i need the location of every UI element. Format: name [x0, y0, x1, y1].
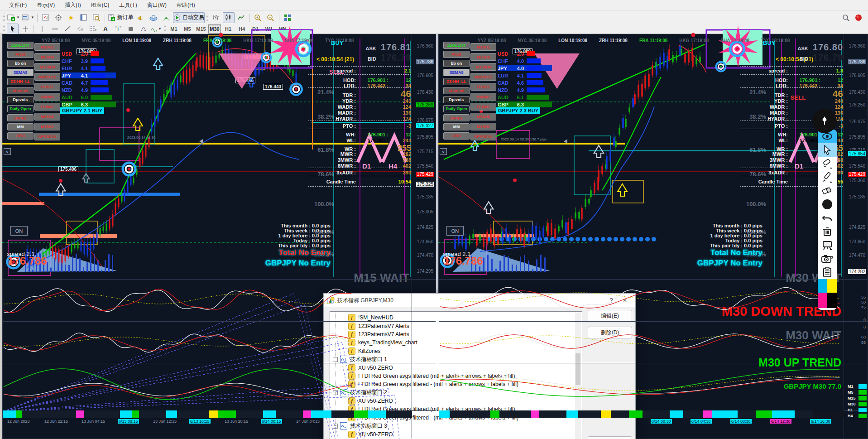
hud-timeframe-button[interactable]: M5$H4	[34, 53, 60, 61]
price-axis[interactable]: 176.960176.786176.605176.430176.269176.0…	[412, 34, 436, 439]
auto-scroll-button[interactable]	[53, 12, 64, 23]
market-cloud-icon[interactable]	[148, 12, 159, 23]
hud-timeframe-button[interactable]: H4$W1	[470, 93, 496, 101]
hud-timeframe-button[interactable]: M1$H1	[34, 43, 60, 51]
vertical-line-tool[interactable]	[36, 24, 48, 34]
zoom-out-button[interactable]	[265, 12, 277, 23]
dialog-close-button[interactable]: ×	[618, 297, 632, 304]
pen-tool-icon[interactable]	[812, 109, 837, 133]
search-icon[interactable]	[840, 12, 852, 23]
zoom-in-button[interactable]	[252, 12, 264, 23]
scrollbar-thumb[interactable]	[575, 353, 580, 385]
delete-indicator-button[interactable]: 删除(D)	[588, 327, 632, 338]
hud-toggle-button[interactable]: guppy	[7, 114, 34, 121]
hud-timeframe-button[interactable]: M15$H8	[34, 63, 60, 71]
close-dialog-button[interactable]: 关闭(C)	[588, 436, 632, 439]
menu-item[interactable]: 工具(T)	[115, 0, 141, 10]
toolbar-grip[interactable]	[3, 14, 5, 22]
new-order-label[interactable]: 新订单	[117, 14, 134, 21]
fibonacci-tool[interactable]: F	[87, 24, 99, 34]
menu-item[interactable]: 窗口(W)	[143, 0, 171, 10]
hud-toggle-button[interactable]: FIBO	[7, 132, 34, 140]
swatch-magenta[interactable]	[818, 293, 827, 308]
hud-timeframe-button[interactable]: H1$D1	[470, 83, 496, 91]
indicators-dropdown[interactable]: ▼	[150, 24, 162, 34]
hud-timeframe-button[interactable]: M5$H4	[470, 53, 496, 61]
hud-timeframe-button[interactable]: M1$H2	[470, 123, 496, 130]
dialog-help-button[interactable]: ?	[604, 297, 618, 304]
hud-toggle-button[interactable]: MM	[443, 123, 470, 130]
hud-toggle-button[interactable]: guppy	[443, 114, 470, 121]
hud-toggle-button[interactable]: Daily Open	[7, 105, 34, 112]
hud-toggle-button[interactable]: channel	[7, 87, 34, 94]
dialog-scrollbar[interactable]	[575, 313, 581, 439]
hud-toggle-button[interactable]: FIBO	[443, 132, 470, 140]
signals-icon[interactable]	[160, 12, 172, 23]
hud-timeframe-button[interactable]: M1$H1	[470, 43, 496, 51]
menu-item[interactable]: 显示(V)	[32, 0, 59, 10]
find-symbol-button[interactable]	[91, 12, 102, 23]
crosshair-tool[interactable]	[19, 24, 31, 34]
hud-toggle-button[interactable]: channel	[443, 87, 470, 94]
alerts-icon[interactable]	[135, 12, 147, 23]
hud-timeframe-button[interactable]: SESSION	[470, 133, 496, 140]
v-toggle[interactable]: v	[440, 148, 447, 155]
subwindow-separator[interactable]	[3, 279, 436, 280]
swatch-black[interactable]	[827, 293, 837, 308]
autotrading-label[interactable]: 自动交易	[182, 14, 204, 21]
subwindow-separator[interactable]	[3, 321, 436, 322]
indicator-list-item[interactable]: − ƒ ! TDI Red Green avgs filtered - (mtf…	[330, 380, 582, 388]
indicator-list-item[interactable]: − ƒ XU v50-ZERO	[330, 363, 582, 371]
chevron-down-icon[interactable]: ▼	[16, 15, 20, 19]
hud-toggle-button[interactable]: SEMA8	[443, 69, 470, 76]
favorites-button[interactable]: ★	[65, 12, 77, 23]
hud-toggle-button[interactable]: MM	[7, 123, 34, 130]
menu-item[interactable]: 文件(F)	[5, 0, 31, 10]
indicators-list[interactable]: − ƒ !SM_NewHUD − ƒ 123PatternsV7 Alerts …	[330, 311, 582, 439]
subwindow-separator[interactable]	[3, 363, 436, 363]
hud-toggle-button[interactable]: ZZALERT	[7, 42, 34, 49]
tile-windows-button[interactable]	[282, 12, 293, 23]
indicator-list-item[interactable]: − ƒ 123PatternsV7 Alerts	[330, 330, 582, 338]
undo-icon[interactable]	[818, 211, 837, 225]
chevron-down-icon[interactable]: ▼	[31, 15, 34, 19]
timeframe-button[interactable]: M1	[168, 24, 180, 34]
pencil-icon[interactable]	[818, 170, 837, 184]
indicator-list-item[interactable]: − ƒ 技术指标窗口 3	[330, 422, 582, 430]
hud-timeframe-button[interactable]: M5$H6	[470, 113, 496, 121]
trash-icon[interactable]	[818, 225, 837, 238]
chart-shift-button[interactable]	[40, 12, 52, 23]
on-toggle-button[interactable]: ON	[10, 226, 28, 236]
hud-timeframe-button[interactable]: M5$H6	[34, 113, 60, 121]
hud-timeframe-button[interactable]: H1$D1	[34, 83, 60, 91]
timeframe-button[interactable]: M15	[195, 24, 207, 34]
annotation-toolbar[interactable]	[818, 130, 837, 310]
highlighter-icon[interactable]	[818, 157, 837, 170]
clipboard-icon[interactable]	[818, 265, 837, 279]
profiles-button[interactable]: ▼	[21, 12, 35, 23]
arrows-tool[interactable]	[138, 24, 149, 34]
timeframe-button[interactable]: M5	[181, 24, 194, 34]
hud-timeframe-button[interactable]: M15$H8	[470, 63, 496, 71]
subwindow-separator[interactable]	[439, 279, 868, 280]
trendline-tool[interactable]	[62, 24, 73, 34]
camera-icon[interactable]	[818, 252, 837, 265]
text-label-tool[interactable]: T	[112, 24, 124, 34]
mql5-community-icon[interactable]	[853, 12, 864, 23]
candlestick-chart-button[interactable]	[223, 12, 235, 23]
menu-item[interactable]: 图表(C)	[86, 0, 114, 10]
channel-tool[interactable]: F	[74, 24, 86, 34]
indicator-list-item[interactable]: − ƒ keys_TradingView_chart	[330, 338, 582, 347]
menu-item[interactable]: 插入(I)	[60, 0, 85, 10]
v-toggle[interactable]: v	[4, 148, 11, 155]
hud-toggle-button[interactable]: SEMA8	[7, 69, 34, 76]
on-toggle-button[interactable]: ON	[446, 226, 464, 236]
menu-item[interactable]: 帮助(H)	[172, 0, 200, 10]
bar-chart-button[interactable]	[210, 12, 222, 23]
cursor-tool[interactable]	[7, 24, 19, 34]
indicator-list-item[interactable]: − ƒ XU v50-ZERO	[330, 430, 582, 438]
hud-toggle-button[interactable]: ZZ-HH_LL	[443, 78, 470, 85]
hud-toggle-button[interactable]: Daily Open	[443, 105, 470, 112]
indicator-list-item[interactable]: − ƒ 123PatternsV7 Alerts	[330, 322, 582, 330]
autotrading-button[interactable]: 自动交易	[173, 12, 205, 23]
